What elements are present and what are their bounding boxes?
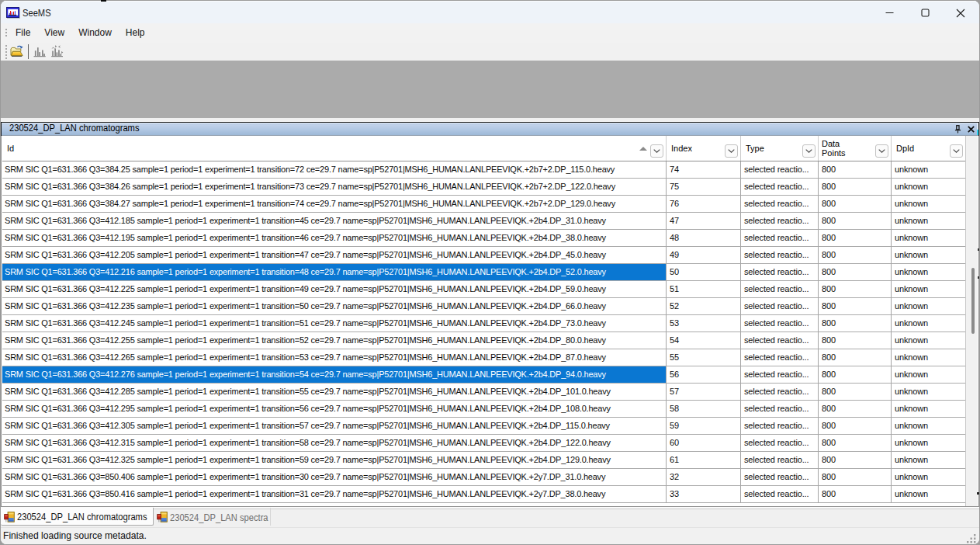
minimize-button[interactable] [871,2,907,24]
cell-data-points[interactable]: 800 [819,230,892,247]
table-row[interactable]: SRM SIC Q1=631.366 Q3=412.245 sample=1 p… [2,315,965,332]
cell-id[interactable]: SRM SIC Q1=631.366 Q3=850.416 sample=1 p… [2,486,667,503]
table-row[interactable]: SRM SIC Q1=631.366 Q3=412.205 sample=1 p… [2,247,965,264]
cell-index[interactable]: 59 [667,418,741,435]
table-row[interactable]: SRM SIC Q1=631.366 Q3=850.406 sample=1 p… [2,469,965,486]
cell-type[interactable]: selected reactio... [741,264,819,281]
auto-hide-pin-button[interactable] [952,123,964,134]
cell-index[interactable]: 76 [667,196,741,213]
cell-index[interactable]: 52 [667,298,741,315]
table-row[interactable]: SRM SIC Q1=631.366 Q3=412.315 sample=1 p… [2,435,965,452]
table-row[interactable]: SRM SIC Q1=631.366 Q3=412.305 sample=1 p… [2,418,965,435]
cell-id[interactable]: SRM SIC Q1=631.366 Q3=412.245 sample=1 p… [2,315,667,332]
cell-type[interactable]: selected reactio... [741,179,819,196]
table-row[interactable]: SRM SIC Q1=631.366 Q3=412.265 sample=1 p… [2,349,965,366]
cell-index[interactable]: 49 [667,247,741,264]
cell-dpid[interactable]: unknown [892,179,965,196]
column-header-dpid[interactable]: DpId [892,136,965,161]
table-row[interactable]: SRM SIC Q1=631.366 Q3=384.25 sample=1 pe… [2,161,965,179]
cell-type[interactable]: selected reactio... [741,332,819,349]
cell-dpid[interactable]: unknown [892,384,965,401]
cell-id[interactable]: SRM SIC Q1=631.366 Q3=412.315 sample=1 p… [2,435,667,452]
cell-type[interactable]: selected reactio... [741,366,819,384]
cell-id[interactable]: SRM SIC Q1=631.366 Q3=384.25 sample=1 pe… [2,161,667,179]
cell-dpid[interactable]: unknown [892,452,965,469]
cell-index[interactable]: 61 [667,452,741,469]
dock-panel-caption[interactable]: 230524_DP_LAN chromatograms [2,122,978,136]
cell-index[interactable]: 54 [667,332,741,349]
cell-data-points[interactable]: 800 [819,418,892,435]
column-header-id[interactable]: Id [2,136,667,161]
cell-type[interactable]: selected reactio... [741,230,819,247]
cell-type[interactable]: selected reactio... [741,435,819,452]
cell-index[interactable]: 56 [667,366,741,384]
table-row[interactable]: SRM SIC Q1=631.366 Q3=412.225 sample=1 p… [2,281,965,298]
index-filter-dropdown[interactable] [725,144,738,158]
column-header-index[interactable]: Index [667,136,741,161]
cell-type[interactable]: selected reactio... [741,486,819,503]
cell-data-points[interactable]: 800 [819,349,892,366]
table-row[interactable]: SRM SIC Q1=631.366 Q3=412.255 sample=1 p… [2,332,965,349]
cell-data-points[interactable]: 800 [819,469,892,486]
table-row[interactable]: SRM SIC Q1=631.366 Q3=412.285 sample=1 p… [2,384,965,401]
cell-type[interactable]: selected reactio... [741,281,819,298]
cell-id[interactable]: SRM SIC Q1=631.366 Q3=384.26 sample=1 pe… [2,179,667,196]
cell-type[interactable]: selected reactio... [741,401,819,418]
cell-id[interactable]: SRM SIC Q1=631.366 Q3=412.185 sample=1 p… [2,213,667,230]
scrollbar-thumb[interactable] [971,268,975,334]
cell-id[interactable]: SRM SIC Q1=631.366 Q3=412.195 sample=1 p… [2,230,667,247]
cell-dpid[interactable]: unknown [892,486,965,503]
cell-dpid[interactable]: unknown [892,264,965,281]
id-filter-dropdown[interactable] [650,144,663,158]
cell-id[interactable]: SRM SIC Q1=631.366 Q3=412.235 sample=1 p… [2,298,667,315]
table-row[interactable]: SRM SIC Q1=631.366 Q3=412.185 sample=1 p… [2,213,965,230]
cell-type[interactable]: selected reactio... [741,349,819,366]
cell-index[interactable]: 48 [667,230,741,247]
cell-type[interactable]: selected reactio... [741,196,819,213]
cell-dpid[interactable]: unknown [892,435,965,452]
cell-id[interactable]: SRM SIC Q1=631.366 Q3=412.276 sample=1 p… [2,366,667,384]
tab-chromatograms[interactable]: 230524_DP_LAN chromatograms [1,508,154,526]
cell-data-points[interactable]: 800 [819,161,892,179]
cell-dpid[interactable]: unknown [892,349,965,366]
table-row[interactable]: SRM SIC Q1=631.366 Q3=412.295 sample=1 p… [2,401,965,418]
cell-dpid[interactable]: unknown [892,469,965,486]
cell-data-points[interactable]: 800 [819,179,892,196]
spectrum-list-button[interactable] [50,44,66,59]
cell-dpid[interactable]: unknown [892,196,965,213]
cell-dpid[interactable]: unknown [892,315,965,332]
cell-data-points[interactable]: 800 [819,366,892,384]
cell-index[interactable]: 32 [667,469,741,486]
cell-dpid[interactable]: unknown [892,213,965,230]
cell-data-points[interactable]: 800 [819,196,892,213]
maximize-button[interactable] [907,2,943,24]
close-button[interactable] [943,2,978,24]
menu-view[interactable]: View [37,23,71,43]
menu-help[interactable]: Help [119,23,152,43]
cell-dpid[interactable]: unknown [892,298,965,315]
menu-grip-icon[interactable] [5,29,7,37]
open-file-button[interactable] [9,44,25,59]
table-row[interactable]: SRM SIC Q1=631.366 Q3=850.416 sample=1 p… [2,486,965,503]
tab-spectra[interactable]: 230524_DP_LAN spectra [154,508,271,526]
cell-id[interactable]: SRM SIC Q1=631.366 Q3=412.205 sample=1 p… [2,247,667,264]
cell-data-points[interactable]: 800 [819,435,892,452]
cell-type[interactable]: selected reactio... [741,418,819,435]
cell-data-points[interactable]: 800 [819,384,892,401]
cell-index[interactable]: 51 [667,281,741,298]
cell-data-points[interactable]: 800 [819,315,892,332]
cell-id[interactable]: SRM SIC Q1=631.366 Q3=412.216 sample=1 p… [2,264,667,281]
cell-data-points[interactable]: 800 [819,401,892,418]
cell-data-points[interactable]: 800 [819,264,892,281]
cell-id[interactable]: SRM SIC Q1=631.366 Q3=384.27 sample=1 pe… [2,196,667,213]
cell-index[interactable]: 33 [667,486,741,503]
cell-type[interactable]: selected reactio... [741,469,819,486]
cell-dpid[interactable]: unknown [892,230,965,247]
cell-id[interactable]: SRM SIC Q1=631.366 Q3=412.265 sample=1 p… [2,349,667,366]
cell-dpid[interactable]: unknown [892,418,965,435]
cell-id[interactable]: SRM SIC Q1=631.366 Q3=412.225 sample=1 p… [2,281,667,298]
cell-data-points[interactable]: 800 [819,486,892,503]
column-header-type[interactable]: Type [741,136,819,161]
cell-data-points[interactable]: 800 [819,213,892,230]
cell-type[interactable]: selected reactio... [741,161,819,179]
